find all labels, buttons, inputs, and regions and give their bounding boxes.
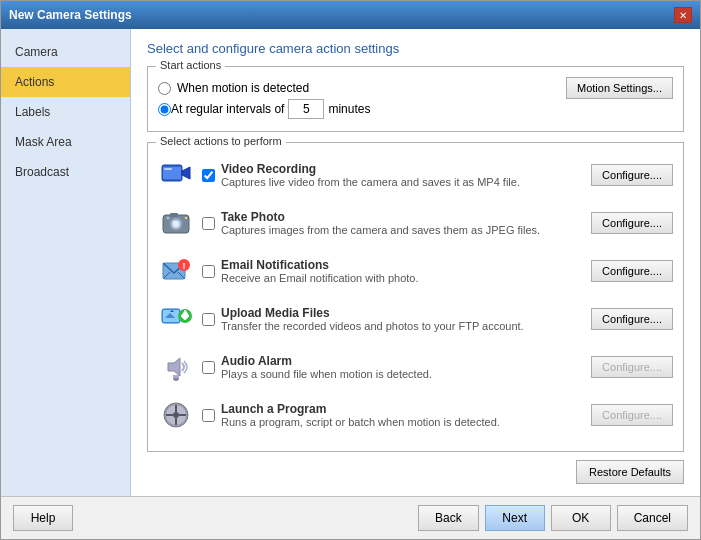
- interval-input[interactable]: [288, 99, 324, 119]
- video-recording-icon: [158, 157, 194, 193]
- main-window: New Camera Settings ✕ CameraActionsLabel…: [0, 0, 701, 540]
- actions-group-title: Select actions to perform: [156, 135, 286, 147]
- sidebar-item-actions[interactable]: Actions: [1, 67, 130, 97]
- upload-media-text: Upload Media FilesTransfer the recorded …: [221, 306, 591, 332]
- motion-settings-button[interactable]: Motion Settings...: [566, 77, 673, 99]
- svg-point-6: [172, 220, 180, 228]
- title-bar: New Camera Settings ✕: [1, 1, 700, 29]
- start-actions-group: Start actions When motion is detected At…: [147, 66, 684, 132]
- action-row-upload-media: Upload Media FilesTransfer the recorded …: [158, 295, 673, 343]
- cancel-button[interactable]: Cancel: [617, 505, 688, 531]
- ok-button[interactable]: OK: [551, 505, 611, 531]
- svg-rect-3: [164, 168, 172, 170]
- launch-program-icon: [158, 397, 194, 433]
- upload-media-desc: Transfer the recorded videos and photos …: [221, 320, 591, 332]
- upload-media-name: Upload Media Files: [221, 306, 591, 320]
- email-notifications-text: Email NotificationsReceive an Email noti…: [221, 258, 591, 284]
- launch-program-checkbox[interactable]: [202, 409, 215, 422]
- audio-alarm-checkbox[interactable]: [202, 361, 215, 374]
- window-title: New Camera Settings: [9, 8, 132, 22]
- action-row-email-notifications: ! Email NotificationsReceive an Email no…: [158, 247, 673, 295]
- audio-alarm-desc: Plays a sound file when motion is detect…: [221, 368, 591, 380]
- svg-point-7: [173, 221, 175, 223]
- take-photo-icon: [158, 205, 194, 241]
- take-photo-desc: Captures images from the camera and save…: [221, 224, 591, 236]
- radio-interval[interactable]: [158, 103, 171, 116]
- action-row-launch-program: Launch a ProgramRuns a program, script o…: [158, 391, 673, 439]
- back-button[interactable]: Back: [418, 505, 479, 531]
- start-actions-group-title: Start actions: [156, 59, 225, 71]
- svg-rect-28: [173, 375, 179, 378]
- svg-rect-8: [170, 213, 178, 217]
- launch-program-configure-button: Configure....: [591, 404, 673, 426]
- svg-rect-24: [182, 316, 188, 318]
- email-notifications-desc: Receive an Email notification with photo…: [221, 272, 591, 284]
- upload-media-icon: [158, 301, 194, 337]
- restore-defaults-button[interactable]: Restore Defaults: [576, 460, 684, 484]
- launch-program-text: Launch a ProgramRuns a program, script o…: [221, 402, 591, 428]
- sidebar-item-broadcast[interactable]: Broadcast: [1, 157, 130, 187]
- radio-interval-label: At regular intervals of: [171, 102, 284, 116]
- launch-program-name: Launch a Program: [221, 402, 591, 416]
- launch-program-desc: Runs a program, script or batch when mot…: [221, 416, 591, 428]
- video-recording-desc: Captures live video from the camera and …: [221, 176, 591, 188]
- take-photo-name: Take Photo: [221, 210, 591, 224]
- svg-point-9: [167, 217, 170, 220]
- email-notifications-checkbox[interactable]: [202, 265, 215, 278]
- svg-point-31: [173, 412, 179, 418]
- window-footer: Help Back Next OK Cancel: [1, 496, 700, 539]
- svg-rect-10: [185, 217, 187, 219]
- upload-media-configure-button[interactable]: Configure....: [591, 308, 673, 330]
- sidebar-item-camera[interactable]: Camera: [1, 37, 130, 67]
- email-notifications-name: Email Notifications: [221, 258, 591, 272]
- sidebar-item-labels[interactable]: Labels: [1, 97, 130, 127]
- svg-marker-2: [182, 167, 190, 179]
- email-notifications-configure-button[interactable]: Configure....: [591, 260, 673, 282]
- video-recording-text: Video RecordingCaptures live video from …: [221, 162, 591, 188]
- interval-unit: minutes: [328, 102, 370, 116]
- action-row-video-recording: Video RecordingCaptures live video from …: [158, 151, 673, 199]
- take-photo-text: Take PhotoCaptures images from the camer…: [221, 210, 591, 236]
- sidebar: CameraActionsLabelsMask AreaBroadcast: [1, 29, 131, 496]
- close-button[interactable]: ✕: [674, 7, 692, 23]
- video-recording-checkbox[interactable]: [202, 169, 215, 182]
- video-recording-configure-button[interactable]: Configure....: [591, 164, 673, 186]
- video-recording-name: Video Recording: [221, 162, 591, 176]
- action-row-audio-alarm: Audio AlarmPlays a sound file when motio…: [158, 343, 673, 391]
- audio-alarm-icon: [158, 349, 194, 385]
- take-photo-configure-button[interactable]: Configure....: [591, 212, 673, 234]
- svg-text:!: !: [183, 261, 186, 271]
- help-button[interactable]: Help: [13, 505, 73, 531]
- page-title: Select and configure camera action setti…: [147, 41, 684, 56]
- audio-alarm-name: Audio Alarm: [221, 354, 591, 368]
- audio-alarm-text: Audio AlarmPlays a sound file when motio…: [221, 354, 591, 380]
- main-content: Select and configure camera action setti…: [131, 29, 700, 496]
- audio-alarm-configure-button: Configure....: [591, 356, 673, 378]
- radio-motion[interactable]: [158, 82, 171, 95]
- action-row-take-photo: Take PhotoCaptures images from the camer…: [158, 199, 673, 247]
- next-button[interactable]: Next: [485, 505, 545, 531]
- radio-interval-row: At regular intervals of minutes: [158, 99, 566, 119]
- radio-motion-row: When motion is detected: [158, 81, 566, 95]
- take-photo-checkbox[interactable]: [202, 217, 215, 230]
- actions-group: Select actions to perform Video Recordin…: [147, 142, 684, 452]
- actions-list: Video RecordingCaptures live video from …: [158, 151, 673, 439]
- radio-motion-label: When motion is detected: [177, 81, 309, 95]
- sidebar-item-mask-area[interactable]: Mask Area: [1, 127, 130, 157]
- upload-media-checkbox[interactable]: [202, 313, 215, 326]
- email-notifications-icon: !: [158, 253, 194, 289]
- svg-marker-26: [168, 358, 180, 376]
